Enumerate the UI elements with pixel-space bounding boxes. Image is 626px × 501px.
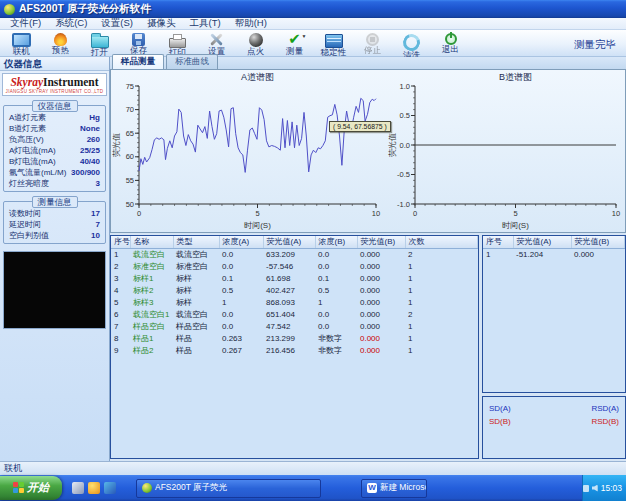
svg-text:-0.5: -0.5: [397, 170, 410, 179]
table-row[interactable]: 1载流空白载流空白0.0633.2090.00.0002: [111, 249, 478, 262]
svg-text:荧光值: 荧光值: [112, 133, 121, 157]
rsd-b-label: RSD(B): [591, 415, 619, 428]
menu-item[interactable]: 设置(S): [94, 17, 140, 30]
column-header[interactable]: 浓度(A): [219, 236, 263, 249]
toolbar: 联机预热打开保存打印设置点火测量稳定性停止清洗退出测量完毕: [0, 30, 626, 57]
menu-item[interactable]: 帮助(H): [228, 17, 274, 30]
svg-text:75: 75: [126, 82, 134, 91]
svg-text:时间(S): 时间(S): [244, 221, 271, 230]
taskbar-button-afs[interactable]: AFS200T 原子荧光: [136, 479, 321, 498]
measure-status-text: 测量完毕: [574, 38, 616, 52]
info-value: 40/40: [80, 156, 100, 167]
menu-item[interactable]: 系统(C): [48, 17, 94, 30]
quicklaunch-icon-c[interactable]: [104, 482, 116, 494]
table-cell: 216.456: [263, 345, 315, 357]
afs-app-icon: [142, 483, 152, 493]
table-row[interactable]: 5标样3标样1868.09310.0001: [111, 297, 478, 309]
system-tray: 15:03: [582, 475, 626, 501]
toolbar-button-label: 退出: [433, 45, 468, 53]
column-header[interactable]: 荧光值(A): [263, 236, 315, 249]
table-cell: 213.299: [263, 333, 315, 345]
stability-icon: [325, 34, 343, 48]
column-header[interactable]: 荧光值(B): [357, 236, 405, 249]
quicklaunch-icon-b[interactable]: [88, 482, 100, 494]
退出-button[interactable]: 退出: [431, 31, 470, 53]
svg-text:5: 5: [513, 209, 517, 218]
table-cell: 0.000: [357, 333, 405, 345]
table-cell: 标样1: [130, 273, 173, 285]
sample-table: 序号名称类型浓度(A)荧光值(A)浓度(B)荧光值(B)次数 1载流空白载流空白…: [111, 236, 478, 357]
column-header[interactable]: 序号: [111, 236, 130, 249]
table-row[interactable]: 2标准空白标准空白0.0-57.5460.00.0001: [111, 261, 478, 273]
table-row[interactable]: 8样品1样品0.263213.299非数字0.0001: [111, 333, 478, 345]
设置-button[interactable]: 设置: [197, 31, 236, 55]
svg-text:70: 70: [126, 105, 134, 114]
volume-icon[interactable]: [592, 485, 598, 492]
停止-button: 停止: [353, 31, 392, 54]
status-bar: 联机: [0, 461, 626, 475]
table-cell: 0.5: [219, 285, 263, 297]
打开-button[interactable]: 打开: [80, 31, 119, 56]
info-label: 读数时间: [9, 208, 41, 219]
spectrum-charts-panel: A道谱图时间(S)荧光值0510505560657075 B道谱图时间(S)荧光…: [110, 70, 626, 233]
column-header[interactable]: 荧光值(A): [513, 236, 571, 249]
table-row[interactable]: 6载流空白1载流空白0.0651.4040.00.0002: [111, 309, 478, 321]
table-cell: 1: [405, 333, 478, 345]
svg-text:B道谱图: B道谱图: [499, 72, 532, 82]
sidebar-caption: 仪器信息: [0, 57, 109, 71]
点火-button[interactable]: 点火: [236, 31, 275, 55]
toolbar-button-label: 测量: [277, 47, 312, 55]
预热-button[interactable]: 预热: [41, 31, 80, 54]
稳定性-button[interactable]: 稳定性: [314, 31, 353, 56]
table-cell: 样品: [173, 345, 219, 357]
table-cell: -57.546: [263, 261, 315, 273]
svg-text:60: 60: [126, 152, 134, 161]
camera-view: [3, 251, 106, 329]
keyboard-tray-icon[interactable]: [583, 485, 589, 492]
menu-item[interactable]: 工具(T): [183, 17, 228, 30]
info-row: 氩气流量(mL/M)300/900: [4, 167, 105, 178]
column-header[interactable]: 类型: [173, 236, 219, 249]
table-cell: 载流空白1: [130, 309, 173, 321]
table-row[interactable]: 3标样1标样0.161.6980.10.0001: [111, 273, 478, 285]
table-cell: 61.698: [263, 273, 315, 285]
info-row: B道灯元素None: [4, 123, 105, 134]
start-button[interactable]: 开始: [0, 476, 62, 500]
table-cell: 1: [405, 321, 478, 333]
print-icon: [169, 38, 186, 48]
menu-item[interactable]: 文件(F): [3, 17, 48, 30]
column-header[interactable]: 序号: [483, 236, 513, 249]
menu-item[interactable]: 摄像头: [140, 17, 183, 30]
column-header[interactable]: 浓度(B): [315, 236, 357, 249]
清洗-button[interactable]: 清洗: [392, 31, 431, 59]
table-cell: 0.0: [219, 249, 263, 262]
table-cell: 0.0: [315, 249, 357, 262]
svg-text:10: 10: [612, 209, 620, 218]
svg-text:50: 50: [126, 200, 134, 209]
taskbar-button-word-label: 新建 Microsoft W...: [380, 482, 427, 494]
info-row: B灯电流(mA)40/40: [4, 156, 105, 167]
table-row[interactable]: 1-51.2040.000: [483, 249, 625, 262]
open-icon: [91, 36, 109, 48]
测量-button[interactable]: 测量: [275, 31, 314, 55]
svg-text:A道谱图: A道谱图: [241, 72, 274, 82]
stop-icon: [366, 33, 379, 46]
table-cell: 2: [405, 309, 478, 321]
taskbar-button-word[interactable]: W 新建 Microsoft W...: [361, 479, 427, 498]
info-label: 延迟时间: [9, 219, 41, 230]
联机-button[interactable]: 联机: [2, 31, 41, 55]
svg-text:0: 0: [137, 209, 141, 218]
quicklaunch-icon-a[interactable]: [72, 482, 84, 494]
table-row[interactable]: 4标样2标样0.5402.4270.50.0001: [111, 285, 478, 297]
svg-text:5: 5: [255, 209, 259, 218]
table-cell: 0.000: [357, 345, 405, 357]
tab-standard-curve[interactable]: 标准曲线: [166, 54, 218, 69]
table-row[interactable]: 9样品2样品0.267216.456非数字0.0001: [111, 345, 478, 357]
column-header[interactable]: 次数: [405, 236, 478, 249]
打印-button[interactable]: 打印: [158, 31, 197, 56]
column-header[interactable]: 名称: [130, 236, 173, 249]
tab-sample-measure[interactable]: 样品测量: [112, 54, 164, 69]
保存-button[interactable]: 保存: [119, 31, 158, 54]
table-row[interactable]: 7样品空白样品空白0.047.5420.00.0001: [111, 321, 478, 333]
column-header[interactable]: 荧光值(B): [571, 236, 625, 249]
